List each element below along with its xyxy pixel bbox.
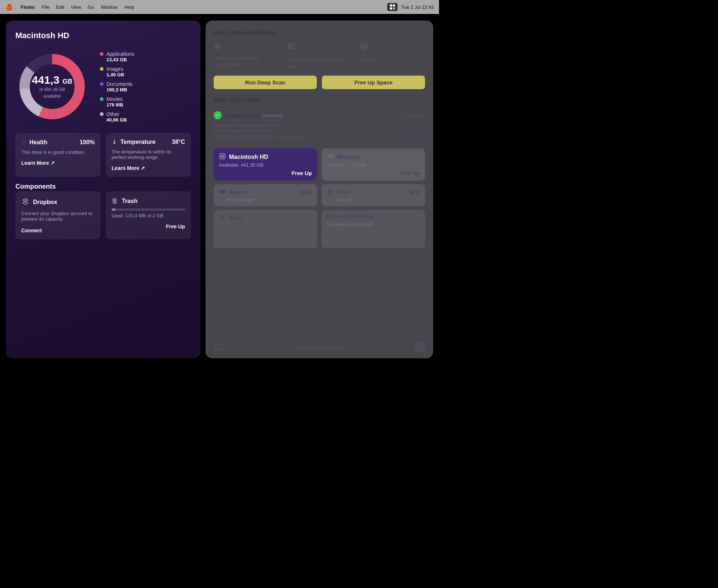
wifi-upload-row: ↑ 5 KB/sec [219,225,312,230]
metrics-row: Battery 100% Fully charged [214,184,425,206]
temperature-card-header: 🌡 Temperature 38°C [112,139,185,145]
wifi-section: Wi-Fi ↑ 5 KB/sec ↓ 2 KB/sec Test Speed [214,210,317,248]
recommendations-row: ☣ Check your system for vulnerabilities.… [214,42,425,70]
wifi-upload-value: 5 KB/sec [224,225,243,230]
menu-window[interactable]: Window [101,4,117,10]
recommendations-title: Recommendations [214,29,425,37]
menu-finder[interactable]: Finder [21,4,35,10]
malware-monitor-text: Real-time malware monitor ON [214,123,305,128]
disk-sub: of 494,38 GB available [32,86,72,99]
temperature-value: 38°C [172,139,185,145]
rec-buttons: Run Deep Scan Free Up Space [214,76,425,89]
main-container: Macintosh HD 441,3 GB [0,14,439,364]
disk-free-up-button[interactable]: Free Up [219,170,312,176]
last-scanned-text: Last file scanned: script-fu [214,128,305,134]
heart-icon: ♡ [21,139,26,146]
dropbox-card: Dropbox Connect your Dropbox account to … [15,191,101,239]
svg-rect-2 [390,7,392,10]
battery-icon [219,188,226,197]
rec-vulnerabilities: ☣ Check your system for vulnerabilities. [214,42,279,68]
disk-resource-icon [219,153,226,161]
rec-other: Aa Uni do... [359,42,425,63]
battery-header: Battery 100% [219,188,312,197]
health-card-header: ♡ Health 100% [21,139,95,146]
wifi-header: Wi-Fi [219,214,312,222]
cpu-name: CPU [337,189,348,195]
malware-info: Real-time malware monitor ON Last file s… [214,120,425,142]
menu-file[interactable]: File [42,4,50,10]
rec-purgeable: Free 3,05 GB of purgeable space. [287,42,352,70]
right-panel: Recommendations ☣ Check your system for … [206,21,433,358]
legend-movies: Movies 176 MB [100,96,134,108]
legend-dot-movies [100,97,104,101]
memory-free-up-button[interactable]: Free Up [327,170,420,176]
protection-left: ✓ Protection by moonlock [214,111,283,119]
protection-title: Protection by [225,112,260,119]
menu-help[interactable]: Help [124,4,134,10]
legend-applications: Applications 13,43 GB [100,51,134,62]
free-up-space-button[interactable]: Free Up Space [322,76,425,89]
svg-rect-25 [225,191,226,192]
run-deep-scan-button[interactable]: Run Deep Scan [214,76,317,89]
legend-dot-other [100,112,104,116]
cpu-metric: CPU 46°C Load: 6% [322,184,425,206]
connected-devices-title: Connected Devices [327,214,420,219]
svg-point-16 [222,156,223,157]
svg-rect-38 [215,344,222,349]
test-speed-button[interactable]: Test Speed [219,239,312,244]
trash-progress-fill [112,208,116,211]
svg-rect-28 [329,190,331,193]
legend-dot-images [100,67,104,71]
trash-icon: 🗑 [112,197,118,205]
dropbox-icon [21,197,29,207]
protection-status: ✓ Protected [397,112,425,118]
vulnerability-icon: ☣ [214,42,279,51]
other-rec-icon: Aa [359,42,425,53]
menubar-right: Tue 2 Jul 22:43 [387,3,434,11]
components-cards: Dropbox Connect your Dropbox account to … [15,191,191,239]
app-menubar-icon[interactable] [387,3,398,11]
settings-button[interactable]: ⚙ [415,342,425,352]
donut-center: 441,3 GB of 494,38 GB available [32,74,72,99]
mac-overview-section: Mac Overview ✓ Protection by moonlock ✓ … [214,96,425,145]
dropbox-connect[interactable]: Connect [21,228,95,233]
trash-card: 🗑 Trash Used: 110,4 MB of 2 GB Free Up [106,191,191,239]
legend-dot-documents [100,82,104,86]
menu-go[interactable]: Go [88,4,94,10]
dropbox-header: Dropbox [21,197,95,207]
resources-row: Macintosh HD Available: 441,35 GB Free U… [214,148,425,181]
menu-view[interactable]: View [71,4,81,10]
legend-dot-applications [100,52,104,56]
check-now-link[interactable]: Check Now [398,128,425,134]
rec-vuln-desc: Check your system for vulnerabilities. [214,55,279,68]
info-cards: ♡ Health 100% This drive is in good cond… [15,133,191,177]
health-title: Health [29,139,47,146]
trash-footer: Free Up [112,224,185,229]
disk-title: Macintosh HD [15,31,191,40]
wifi-download-row: ↓ 2 KB/sec [219,231,312,236]
legend: Applications 13,43 GB Images 1,49 GB Doc… [100,51,134,123]
disk-overview: 441,3 GB of 494,38 GB available Applicat… [15,46,191,127]
apple-menu[interactable]: 🍎 [5,4,12,11]
svg-point-37 [222,219,223,220]
battery-metric: Battery 100% Fully charged [214,184,317,206]
upload-arrow-icon: ↑ [219,225,221,230]
legend-other: Other 40,86 GB [100,111,134,123]
malware-row: Real-time malware monitor ON Last file s… [214,123,425,139]
db-updates-text: Database updates checked 30 minutes ago [214,134,305,139]
health-value: 100% [80,139,95,146]
open-app-label[interactable]: Open CleanMyMac [224,344,415,351]
trash-free-up[interactable]: Free Up [166,224,185,229]
disk-resource-avail: Available: 441,35 GB [219,162,312,168]
memory-resource-avail: Available: 7,73 GB [327,162,420,168]
left-panel: Macintosh HD 441,3 GB [6,21,200,358]
dropbox-desc: Connect your Dropbox account to preview … [21,211,95,222]
health-learn-more[interactable]: Learn More ↗ [21,160,95,166]
rec-purgeable-desc: Free 3,05 GB of purgeable space. [287,57,352,70]
disk-card-header: Macintosh HD [219,153,312,161]
cpu-value: 46°C [409,189,420,195]
svg-rect-26 [220,190,224,193]
cpu-header: CPU 46°C [327,188,420,197]
temperature-learn-more[interactable]: Learn More ↗ [112,165,185,171]
menu-edit[interactable]: Edit [56,4,64,10]
